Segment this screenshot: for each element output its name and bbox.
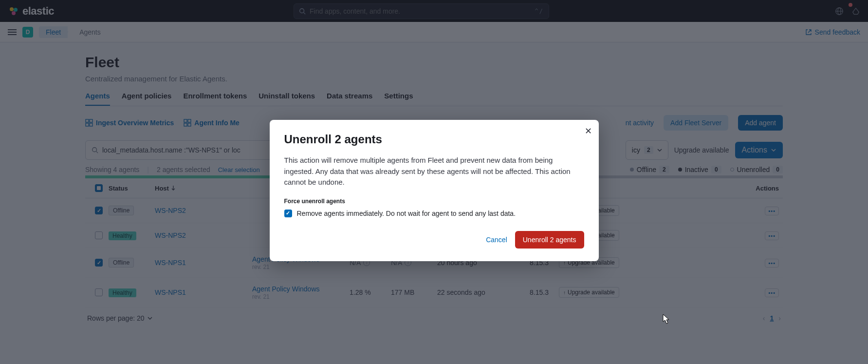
modal-body: This action will remove multiple agents … xyxy=(284,155,584,188)
modal-close-button[interactable]: ✕ xyxy=(585,126,592,136)
cancel-button[interactable]: Cancel xyxy=(486,236,507,244)
modal-section-label: Force unenroll agents xyxy=(284,198,584,205)
modal-actions: Cancel Unenroll 2 agents xyxy=(284,231,584,249)
force-unenroll-checkbox[interactable] xyxy=(284,210,292,217)
unenroll-modal: ✕ Unenroll 2 agents This action will rem… xyxy=(270,120,599,261)
modal-overlay[interactable]: ✕ Unenroll 2 agents This action will rem… xyxy=(0,0,868,364)
modal-title: Unenroll 2 agents xyxy=(284,133,584,146)
confirm-unenroll-button[interactable]: Unenroll 2 agents xyxy=(515,231,584,249)
force-unenroll-label: Remove agents immediately. Do not wait f… xyxy=(297,210,516,217)
force-unenroll-row: Remove agents immediately. Do not wait f… xyxy=(284,210,584,217)
